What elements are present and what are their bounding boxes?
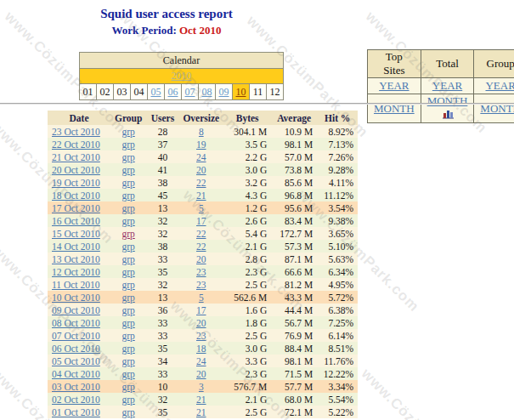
bytes-value: 4.3 G [223, 189, 271, 201]
date-link[interactable]: 03 Oct 2010 [52, 382, 100, 392]
top-sites-year-link[interactable]: YEAR [379, 79, 409, 92]
oversize-link[interactable]: 22 [196, 229, 206, 239]
date-link[interactable]: 16 Oct 2010 [52, 216, 100, 226]
group-link[interactable]: grp [122, 369, 135, 379]
date-cell: 05 Oct 2010 [48, 355, 110, 367]
group-link[interactable]: grp [122, 254, 135, 264]
group-cell: grp [110, 380, 146, 393]
group-link[interactable]: grp [122, 127, 135, 137]
group-year-link[interactable]: YEAR [485, 79, 514, 92]
oversize-link[interactable]: 23 [196, 267, 206, 277]
nav-cell: MONTH [421, 94, 474, 123]
oversize-link[interactable]: 3 [199, 382, 204, 392]
oversize-link[interactable]: 21 [196, 407, 206, 417]
date-link[interactable]: 21 Oct 2010 [52, 152, 100, 162]
calendar-month-06[interactable]: 06 [165, 84, 182, 100]
average-value: 71.5 M [271, 367, 317, 380]
date-link[interactable]: 18 Oct 2010 [52, 190, 100, 201]
group-link[interactable]: grp [122, 190, 135, 201]
date-cell: 22 Oct 2010 [48, 138, 110, 150]
date-link[interactable]: 20 Oct 2010 [52, 165, 100, 175]
group-link[interactable]: grp [122, 152, 135, 162]
calendar-month-10[interactable]: 10 [233, 84, 250, 100]
average-value: 68.0 M [271, 393, 317, 406]
oversize-link[interactable]: 20 [196, 165, 206, 175]
oversize-link[interactable]: 21 [196, 394, 206, 405]
oversize-cell: 22 [178, 240, 223, 253]
date-cell: 17 Oct 2010 [48, 201, 110, 214]
group-link[interactable]: grp [122, 139, 135, 150]
oversize-link[interactable]: 18 [196, 343, 206, 354]
date-cell: 14 Oct 2010 [48, 240, 110, 253]
nav-year-row: YEAR YEAR YEAR [368, 78, 514, 94]
oversize-link[interactable]: 22 [196, 178, 206, 188]
date-link[interactable]: 19 Oct 2010 [52, 178, 100, 188]
oversize-link[interactable]: 5 [199, 203, 204, 213]
total-month-link[interactable]: MONTH [427, 94, 468, 107]
calendar-month-08[interactable]: 08 [199, 84, 216, 100]
oversize-link[interactable]: 24 [196, 152, 206, 162]
nav-header-total: Total [421, 50, 474, 78]
group-link[interactable]: grp [122, 394, 135, 405]
date-link[interactable]: 04 Oct 2010 [52, 369, 100, 379]
oversize-link[interactable]: 23 [196, 280, 206, 290]
oversize-cell: 24 [178, 150, 223, 163]
oversize-link[interactable]: 17 [196, 305, 206, 315]
date-link[interactable]: 10 Oct 2010 [52, 292, 100, 303]
date-link[interactable]: 09 Oct 2010 [52, 305, 100, 315]
date-link[interactable]: 23 Oct 2010 [52, 127, 100, 137]
date-link[interactable]: 11 Oct 2010 [52, 280, 99, 290]
oversize-link[interactable]: 22 [196, 241, 206, 252]
oversize-link[interactable]: 8 [199, 127, 204, 137]
date-link[interactable]: 08 Oct 2010 [52, 318, 100, 328]
group-link[interactable]: grp [122, 280, 135, 290]
group-link[interactable]: grp [122, 229, 135, 239]
page-title: Squid user access report [0, 7, 333, 21]
date-link[interactable]: 12 Oct 2010 [52, 267, 100, 277]
group-link[interactable]: grp [122, 305, 135, 315]
date-link[interactable]: 15 Oct 2010 [52, 229, 100, 239]
group-link[interactable]: grp [122, 267, 135, 277]
total-year-link[interactable]: YEAR [432, 79, 462, 92]
date-link[interactable]: 14 Oct 2010 [52, 241, 100, 252]
oversize-link[interactable]: 17 [196, 216, 206, 226]
date-link[interactable]: 07 Oct 2010 [52, 331, 100, 341]
oversize-link[interactable]: 20 [196, 318, 206, 328]
oversize-link[interactable]: 5 [199, 292, 204, 303]
users-value: 28 [146, 125, 178, 138]
group-link[interactable]: grp [122, 203, 135, 213]
calendar-month-07[interactable]: 07 [182, 84, 199, 100]
group-link[interactable]: grp [122, 178, 135, 188]
date-link[interactable]: 02 Oct 2010 [52, 394, 100, 405]
oversize-link[interactable]: 20 [196, 369, 206, 379]
calendar-month-05[interactable]: 05 [148, 84, 165, 100]
average-value: 44.4 M [271, 304, 317, 316]
oversize-link[interactable]: 21 [196, 190, 206, 201]
group-link[interactable]: grp [122, 241, 135, 252]
group-link[interactable]: grp [122, 216, 135, 226]
date-link[interactable]: 13 Oct 2010 [52, 254, 100, 264]
date-link[interactable]: 01 Oct 2010 [52, 407, 100, 417]
date-link[interactable]: 17 Oct 2010 [52, 203, 100, 213]
calendar-year-link[interactable]: 2010 [172, 70, 192, 82]
calendar-month-09[interactable]: 09 [216, 84, 233, 100]
group-link[interactable]: grp [122, 331, 135, 341]
group-cell: grp [110, 406, 146, 418]
oversize-link[interactable]: 24 [196, 356, 206, 366]
group-link[interactable]: grp [122, 165, 135, 175]
date-link[interactable]: 22 Oct 2010 [52, 139, 100, 150]
oversize-link[interactable]: 19 [196, 139, 206, 150]
group-link[interactable]: grp [122, 382, 135, 392]
group-link[interactable]: grp [122, 318, 135, 328]
date-link[interactable]: 05 Oct 2010 [52, 356, 100, 366]
group-link[interactable]: grp [122, 407, 135, 417]
group-link[interactable]: grp [122, 292, 135, 303]
nav-cell: YEAR [368, 78, 421, 94]
date-cell: 06 Oct 2010 [48, 342, 110, 355]
date-link[interactable]: 06 Oct 2010 [52, 343, 100, 354]
group-link[interactable]: grp [122, 356, 135, 366]
oversize-link[interactable]: 23 [196, 331, 206, 341]
oversize-link[interactable]: 20 [196, 254, 206, 264]
users-value: 45 [146, 189, 178, 201]
group-link[interactable]: grp [122, 343, 135, 354]
